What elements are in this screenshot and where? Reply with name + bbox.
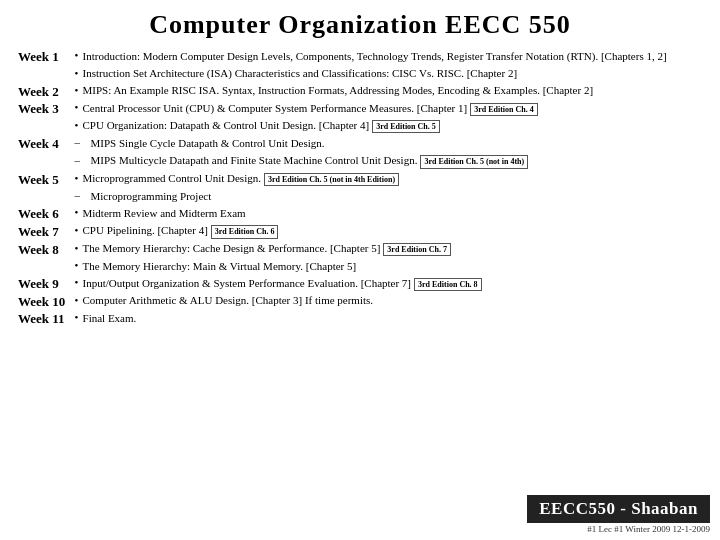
desc-text: MIPS Single Cycle Datapath & Control Uni… bbox=[91, 137, 325, 149]
week-label bbox=[18, 66, 75, 83]
bullet-cell: • bbox=[75, 48, 83, 66]
week-label: Week 10 bbox=[18, 293, 75, 311]
week-label: Week 6 bbox=[18, 205, 75, 223]
footer-info: #1 Lec #1 Winter 2009 12-1-2009 bbox=[587, 524, 710, 534]
desc-text: Introduction: Modern Computer Design Lev… bbox=[83, 50, 667, 62]
desc-cell: Microprogramming Project bbox=[83, 188, 702, 205]
week-label bbox=[18, 258, 75, 275]
table-row: •Instruction Set Architecture (ISA) Char… bbox=[18, 66, 702, 83]
bullet-cell: • bbox=[75, 66, 83, 83]
bullet-cell: • bbox=[75, 258, 83, 275]
desc-text: Midterm Review and Midterm Exam bbox=[83, 207, 246, 219]
footer-box: EECC550 - Shaaban bbox=[527, 495, 710, 523]
table-row: Week 5•Microprogrammed Control Unit Desi… bbox=[18, 171, 702, 189]
table-row: Week 9•Input/Output Organization & Syste… bbox=[18, 275, 702, 293]
bullet-cell: • bbox=[75, 241, 83, 259]
table-row: Week 2•MIPS: An Example RISC ISA. Syntax… bbox=[18, 83, 702, 101]
page-title: Computer Organization EECC 550 bbox=[18, 10, 702, 40]
bullet-cell: • bbox=[75, 100, 83, 118]
desc-cell: Introduction: Modern Computer Design Lev… bbox=[83, 48, 702, 66]
week-label bbox=[18, 153, 75, 171]
table-row: Week 4–MIPS Single Cycle Datapath & Cont… bbox=[18, 135, 702, 153]
desc-cell: Instruction Set Architecture (ISA) Chara… bbox=[83, 66, 702, 83]
week-label: Week 8 bbox=[18, 241, 75, 259]
desc-cell: Midterm Review and Midterm Exam bbox=[83, 205, 702, 223]
table-row: •CPU Organization: Datapath & Control Un… bbox=[18, 118, 702, 136]
bullet-cell: – bbox=[75, 188, 83, 205]
desc-cell: The Memory Hierarchy: Main & Virtual Mem… bbox=[83, 258, 702, 275]
week-label bbox=[18, 118, 75, 136]
table-row: Week 10•Computer Arithmetic & ALU Design… bbox=[18, 293, 702, 311]
table-row: Week 8•The Memory Hierarchy: Cache Desig… bbox=[18, 241, 702, 259]
desc-cell: CPU Pipelining. [Chapter 4]3rd Edition C… bbox=[83, 223, 702, 241]
desc-cell: Central Processor Unit (CPU) & Computer … bbox=[83, 100, 702, 118]
week-label: Week 5 bbox=[18, 171, 75, 189]
bullet-cell: – bbox=[75, 153, 83, 171]
edition-badge: 3rd Edition Ch. 8 bbox=[414, 278, 482, 291]
week-label: Week 1 bbox=[18, 48, 75, 66]
bullet-cell: • bbox=[75, 205, 83, 223]
desc-text: MIPS Multicycle Datapath and Finite Stat… bbox=[91, 154, 418, 166]
desc-cell: MIPS: An Example RISC ISA. Syntax, Instr… bbox=[83, 83, 702, 101]
edition-badge: 3rd Edition Ch. 5 (not in 4th) bbox=[420, 155, 528, 168]
desc-text: Microprogrammed Control Unit Design. bbox=[83, 172, 261, 184]
table-row: –Microprogramming Project bbox=[18, 188, 702, 205]
desc-cell: Final Exam. bbox=[83, 310, 702, 328]
desc-text: CPU Pipelining. [Chapter 4] bbox=[83, 224, 208, 236]
desc-cell: The Memory Hierarchy: Cache Design & Per… bbox=[83, 241, 702, 259]
desc-text: MIPS: An Example RISC ISA. Syntax, Instr… bbox=[83, 84, 594, 96]
week-label: Week 7 bbox=[18, 223, 75, 241]
desc-cell: MIPS Single Cycle Datapath & Control Uni… bbox=[83, 135, 702, 153]
schedule-table: Week 1•Introduction: Modern Computer Des… bbox=[18, 48, 702, 328]
bullet-cell: – bbox=[75, 135, 83, 153]
week-label: Week 11 bbox=[18, 310, 75, 328]
edition-badge: 3rd Edition Ch. 5 bbox=[372, 120, 440, 133]
desc-text: Instruction Set Architecture (ISA) Chara… bbox=[83, 67, 518, 79]
desc-cell: Microprogrammed Control Unit Design.3rd … bbox=[83, 171, 702, 189]
bullet-cell: • bbox=[75, 310, 83, 328]
week-label bbox=[18, 188, 75, 205]
desc-text: Final Exam. bbox=[83, 312, 137, 324]
desc-text: CPU Organization: Datapath & Control Uni… bbox=[83, 119, 370, 131]
edition-badge: 3rd Edition Ch. 5 (not in 4th Edition) bbox=[264, 173, 399, 186]
desc-cell: Computer Arithmetic & ALU Design. [Chapt… bbox=[83, 293, 702, 311]
desc-cell: CPU Organization: Datapath & Control Uni… bbox=[83, 118, 702, 136]
table-row: Week 1•Introduction: Modern Computer Des… bbox=[18, 48, 702, 66]
bullet-cell: • bbox=[75, 171, 83, 189]
edition-badge: 3rd Edition Ch. 4 bbox=[470, 103, 538, 116]
table-row: Week 11•Final Exam. bbox=[18, 310, 702, 328]
bullet-cell: • bbox=[75, 83, 83, 101]
edition-badge: 3rd Edition Ch. 7 bbox=[383, 243, 451, 256]
table-row: Week 6•Midterm Review and Midterm Exam bbox=[18, 205, 702, 223]
desc-text: The Memory Hierarchy: Main & Virtual Mem… bbox=[83, 260, 357, 272]
table-row: Week 7•CPU Pipelining. [Chapter 4]3rd Ed… bbox=[18, 223, 702, 241]
table-row: •The Memory Hierarchy: Main & Virtual Me… bbox=[18, 258, 702, 275]
desc-text: Input/Output Organization & System Perfo… bbox=[83, 277, 412, 289]
page: Computer Organization EECC 550 Week 1•In… bbox=[0, 0, 720, 540]
desc-cell: MIPS Multicycle Datapath and Finite Stat… bbox=[83, 153, 702, 171]
table-row: Week 3•Central Processor Unit (CPU) & Co… bbox=[18, 100, 702, 118]
footer: EECC550 - Shaaban #1 Lec #1 Winter 2009 … bbox=[527, 495, 710, 534]
bullet-cell: • bbox=[75, 118, 83, 136]
desc-text: Central Processor Unit (CPU) & Computer … bbox=[83, 102, 468, 114]
desc-text: Microprogramming Project bbox=[91, 190, 212, 202]
bullet-cell: • bbox=[75, 293, 83, 311]
edition-badge: 3rd Edition Ch. 6 bbox=[211, 225, 279, 238]
week-label: Week 2 bbox=[18, 83, 75, 101]
desc-cell: Input/Output Organization & System Perfo… bbox=[83, 275, 702, 293]
week-label: Week 4 bbox=[18, 135, 75, 153]
week-label: Week 9 bbox=[18, 275, 75, 293]
week-label: Week 3 bbox=[18, 100, 75, 118]
table-row: –MIPS Multicycle Datapath and Finite Sta… bbox=[18, 153, 702, 171]
bullet-cell: • bbox=[75, 223, 83, 241]
bullet-cell: • bbox=[75, 275, 83, 293]
desc-text: Computer Arithmetic & ALU Design. [Chapt… bbox=[83, 294, 374, 306]
desc-text: The Memory Hierarchy: Cache Design & Per… bbox=[83, 242, 381, 254]
